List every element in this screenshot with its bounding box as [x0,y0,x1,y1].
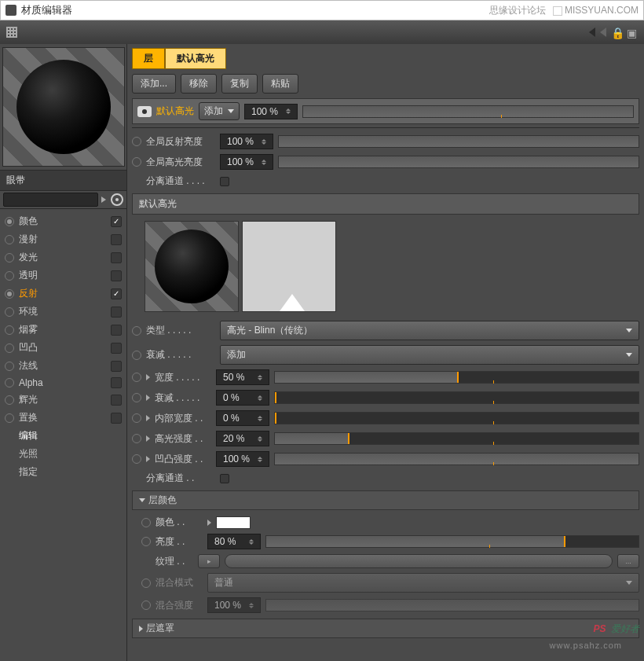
inner-width-spinner[interactable]: 0 % [216,410,269,426]
lock-icon[interactable]: 🔒 [611,27,622,38]
luminance-checkbox[interactable] [111,252,122,263]
global-reflection-spinner[interactable]: 100 % [220,134,273,149]
inner-width-slider[interactable] [274,412,639,424]
global-reflection-row: 全局反射亮度 100 % [132,131,639,152]
arrow-right-icon[interactable] [101,196,106,203]
layer-opacity-slider[interactable] [302,105,634,118]
bump-checkbox[interactable] [111,343,122,354]
channel-transparency[interactable]: 透明 [0,266,126,285]
watermark-logo: PS 爱好者 [593,614,639,637]
add-button[interactable]: 添加... [132,74,176,94]
width-slider[interactable] [274,371,639,384]
separate-channel-row: 分离通道 . . . . [132,172,639,190]
lc-blend-mode-row: 混合模式 普通 [132,571,639,595]
top-toolbar: 🔒 ▣ [0,20,644,44]
new-window-icon[interactable]: ▣ [627,27,638,38]
grid-icon[interactable] [6,27,17,38]
global-reflection-slider[interactable] [278,135,639,148]
color-swatch[interactable] [216,516,251,529]
main-area: 眼带 颜色 漫射 发光 透明 反射 环境 烟雾 凹凸 法线 Alpha 辉光 置… [0,44,644,661]
layer-blend-dropdown[interactable]: 添加 [199,102,240,120]
watermark-url: www.psahz.com [550,641,622,650]
channel-luminance[interactable]: 发光 [0,248,126,266]
channel-normal[interactable]: 法线 [0,357,126,375]
lc-blend-strength-slider [265,599,639,611]
reflection-checkbox[interactable] [111,288,122,299]
falloff-mode-row: 衰减 . . . . . 添加 [132,343,639,367]
spec-previews [132,218,639,318]
displacement-checkbox[interactable] [111,413,122,424]
channel-reflection[interactable]: 反射 [0,285,126,303]
texture-slot[interactable] [225,554,613,568]
spec-separate-row: 分离通道 . . [132,469,639,487]
channel-environment[interactable]: 环境 [0,303,126,321]
layer-opacity-spinner[interactable]: 100 % [244,104,298,119]
falloff-slider[interactable] [274,391,639,404]
falloff-spinner[interactable]: 0 % [216,390,269,406]
title-bar: 材质编辑器 思缘设计论坛 MISSYUAN.COM [0,0,644,20]
channel-bump[interactable]: 凹凸 [0,339,126,357]
type-row: 类型 . . . . . 高光 - Blinn（传统） [132,318,639,343]
spec-preview-curve[interactable] [242,221,336,312]
spec-strength-row: 高光强度 . . 20 % [132,428,639,449]
alpha-checkbox[interactable] [111,377,122,388]
channel-alpha[interactable]: Alpha [0,375,126,391]
layer-mask-header[interactable]: 层遮罩 [132,619,639,638]
sub-assignment[interactable]: 指定 [0,463,126,481]
global-spec-spinner[interactable]: 100 % [220,154,273,170]
preview-sphere [16,60,111,154]
normal-checkbox[interactable] [111,361,122,372]
radio-icon[interactable] [132,157,141,167]
spec-strength-slider[interactable] [274,432,639,445]
remove-button[interactable]: 移除 [181,74,217,94]
channel-fog[interactable]: 烟雾 [0,321,126,339]
material-preview[interactable] [2,47,125,167]
separate-checkbox[interactable] [220,177,229,186]
environment-checkbox[interactable] [111,307,122,318]
sub-illumination[interactable]: 光照 [0,445,126,463]
channel-displacement[interactable]: 置换 [0,409,126,427]
bump-strength-spinner[interactable]: 100 % [216,451,269,467]
layer-color-header[interactable]: 层颜色 [132,490,639,510]
glow-checkbox[interactable] [111,395,122,406]
channel-glow[interactable]: 辉光 [0,391,126,409]
spec-separate-checkbox[interactable] [220,474,229,483]
bump-strength-slider[interactable] [274,453,639,465]
tab-default-spec[interactable]: 默认高光 [165,48,226,69]
nav-forward-icon[interactable] [600,28,606,37]
lc-brightness-spinner[interactable]: 80 % [207,534,261,549]
search-input[interactable] [3,193,98,207]
width-spinner[interactable]: 50 % [216,369,269,385]
title-watermark: 思缘设计论坛 MISSYUAN.COM [489,4,639,17]
radio-icon[interactable] [132,137,141,146]
material-name[interactable]: 眼带 [0,170,126,191]
type-dropdown[interactable]: 高光 - Blinn（传统） [220,321,639,340]
paste-button[interactable]: 粘贴 [262,74,298,94]
chevron-right-icon [139,626,143,632]
spec-preview-sphere[interactable] [145,221,239,312]
sub-edit[interactable]: 编辑 [0,427,126,445]
texture-browse-button[interactable]: ... [617,554,639,568]
spec-strength-spinner[interactable]: 20 % [216,431,269,446]
channel-list: 颜色 漫射 发光 透明 反射 环境 烟雾 凹凸 法线 Alpha 辉光 置换 编… [0,209,126,481]
texture-arrow-button[interactable]: ▸ [198,554,220,568]
channel-diffuse[interactable]: 漫射 [0,230,126,248]
layer-entry[interactable]: 默认高光 添加 100 % [132,98,639,124]
fog-checkbox[interactable] [111,325,122,336]
eye-icon[interactable] [137,106,152,117]
falloff-mode-dropdown[interactable]: 添加 [220,345,639,365]
copy-button[interactable]: 复制 [221,74,258,94]
nav-back-icon[interactable] [589,28,595,37]
lc-brightness-slider[interactable] [265,535,639,548]
channel-color[interactable]: 颜色 [0,212,126,230]
target-icon[interactable] [111,193,123,206]
diffuse-checkbox[interactable] [111,234,122,245]
inner-width-row: 内部宽度 . . 0 % [132,408,639,428]
color-checkbox[interactable] [111,216,122,227]
global-spec-slider[interactable] [278,156,639,168]
tab-layer[interactable]: 层 [132,48,165,69]
lc-blend-strength-spinner: 100 % [207,597,261,613]
bump-strength-row: 凹凸强度 . . 100 % [132,449,639,469]
default-spec-header: 默认高光 [132,193,639,215]
transparency-checkbox[interactable] [111,270,122,281]
